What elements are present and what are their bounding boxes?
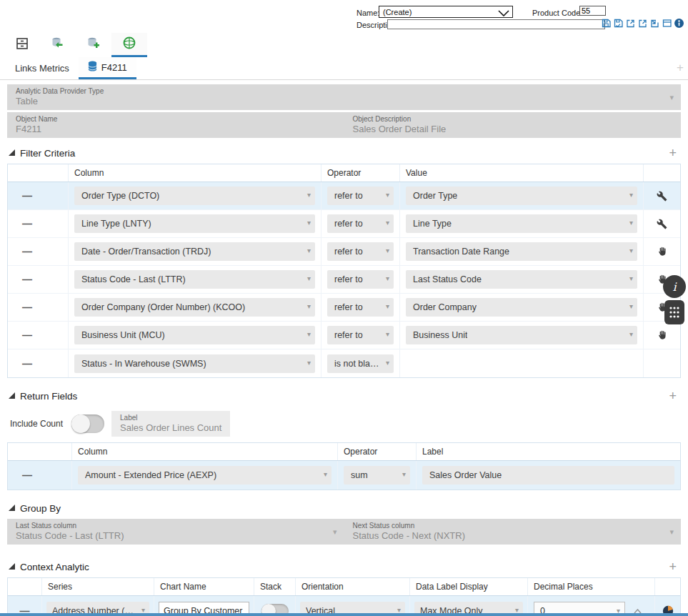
chevron-down-icon: ▾	[629, 192, 633, 199]
provider-type-select[interactable]: Analytic Data Provider Type Table ▾	[7, 84, 681, 110]
save-close-icon[interactable]	[613, 18, 624, 29]
tab-links-metrics[interactable]: Links Metrics	[6, 57, 79, 79]
filter-value-select[interactable]: Order Company▾	[406, 298, 637, 317]
database-sync-icon	[50, 36, 66, 54]
hand-icon[interactable]	[657, 246, 668, 257]
tab-f4211[interactable]: F4211	[79, 57, 136, 79]
filter-operator-select[interactable]: refer to▾	[327, 326, 394, 344]
wrench-icon[interactable]	[657, 219, 667, 229]
filter-operator-select[interactable]: refer to▾	[327, 298, 394, 317]
remove-row-button[interactable]: —	[8, 330, 32, 340]
add-row-button[interactable]: +	[669, 389, 677, 404]
chevron-down-icon: ▾	[333, 527, 337, 537]
export-icon[interactable]	[637, 18, 648, 29]
icon-tab-bar	[0, 33, 688, 57]
app-grid-button[interactable]	[664, 300, 684, 324]
object-row: Object Name F4211 Object Description Sal…	[7, 112, 681, 138]
grid-dots-icon	[669, 305, 680, 319]
include-count-label: Include Count	[10, 419, 63, 429]
filter-value-select[interactable]: Last Status Code▾	[406, 270, 637, 289]
chevron-down-icon: ▾	[629, 275, 633, 282]
info-icon[interactable]	[674, 18, 684, 29]
filter-operator-select[interactable]: refer to▾	[327, 242, 394, 261]
provider-type-label: Analytic Data Provider Type	[16, 87, 672, 95]
add-tab-button[interactable]: +	[677, 61, 684, 75]
name-select[interactable]: (Create)	[379, 6, 513, 18]
tab-database-import[interactable]	[76, 33, 111, 57]
add-row-button[interactable]: +	[669, 146, 677, 161]
filter-value-select[interactable]: Line Type▾	[406, 214, 637, 233]
remove-row-button[interactable]: —	[8, 470, 32, 480]
column-header-spacer	[8, 443, 72, 460]
filter-column-select[interactable]: Status - In Warehouse (SWMS)▾	[74, 354, 315, 373]
page-tab-bar: Links Metrics F4211 +	[0, 57, 688, 80]
column-header-value: Value	[400, 164, 644, 182]
share-icon[interactable]	[625, 18, 636, 29]
remove-row-button[interactable]: —	[8, 274, 32, 284]
add-row-button[interactable]: +	[669, 560, 677, 575]
filter-value-select[interactable]: Transaction Date Range▾	[406, 242, 637, 261]
chevron-down-icon: ▾	[307, 192, 311, 199]
chevron-down-icon: ▾	[629, 303, 633, 310]
window-icon[interactable]	[662, 18, 672, 29]
hand-icon[interactable]	[657, 329, 668, 341]
help-info-button[interactable]: i	[663, 275, 686, 298]
column-header-orientation: Orientation	[296, 578, 410, 595]
filter-column-select[interactable]: Date - Order/Transaction (TRDJ)▾	[74, 242, 315, 261]
filter-operator-select[interactable]: refer to▾	[327, 270, 394, 289]
section-header-filter-criteria[interactable]: Filter Criteria +	[7, 142, 681, 164]
last-status-value: Status Code - Last (LTTR)	[16, 530, 336, 541]
chevron-down-icon: ▾	[386, 247, 389, 254]
return-fields-table: Column Operator Label — Amount - Extende…	[7, 442, 681, 490]
product-code-input[interactable]	[579, 6, 606, 16]
empty-action-cell	[644, 349, 680, 377]
column-header-chart-name: Chart Name	[154, 578, 254, 595]
column-header-label: Label	[417, 443, 680, 460]
remove-row-button[interactable]: —	[8, 302, 32, 312]
include-count-toggle[interactable]	[71, 414, 104, 433]
next-status-select[interactable]: Next Status column Status Code - Next (N…	[344, 519, 682, 545]
filter-value-select[interactable]: Order Type▾	[406, 187, 637, 205]
return-column-select[interactable]: Amount - Extended Price (AEXP)▾	[78, 466, 331, 485]
chevron-down-icon: ▾	[386, 331, 389, 338]
tab-archive[interactable]	[4, 33, 40, 57]
object-description-label: Object Description	[353, 115, 673, 123]
toggle-knob	[71, 414, 90, 433]
filter-column-select[interactable]: Order Type (DCTO)▾	[74, 187, 315, 205]
filter-column-select[interactable]: Order Company (Order Number) (KCOO)▾	[74, 298, 315, 317]
provider-type-value: Table	[16, 96, 672, 106]
filter-column-select[interactable]: Line Type (LNTY)▾	[74, 214, 315, 233]
tab-globe[interactable]	[111, 33, 147, 57]
wrench-icon[interactable]	[657, 191, 667, 202]
section-title: Return Fields	[20, 391, 77, 402]
remove-row-button[interactable]: —	[8, 191, 32, 201]
name-label: Name:	[357, 9, 379, 17]
import-icon[interactable]	[649, 18, 660, 29]
filter-column-select[interactable]: Business Unit (MCU)▾	[74, 326, 315, 344]
return-field-row: — Amount - Extended Price (AEXP)▾ sum▾ S…	[8, 461, 680, 490]
count-label-label: Label	[120, 414, 221, 422]
app-window: Name: (Create) Product Code: Description…	[0, 0, 688, 616]
save-icon[interactable]	[601, 18, 612, 29]
filter-operator-select[interactable]: refer to▾	[327, 187, 394, 205]
filter-operator-select[interactable]: is not blank▾	[327, 354, 394, 373]
remove-row-button[interactable]: —	[8, 219, 32, 229]
return-label-input[interactable]: Sales Order Value	[422, 466, 674, 485]
column-header-actions	[655, 578, 680, 595]
filter-operator-select[interactable]: refer to▾	[327, 214, 394, 233]
remove-row-button[interactable]: —	[8, 247, 32, 257]
last-status-select[interactable]: Last Status column Status Code - Last (L…	[7, 519, 344, 545]
return-operator-select[interactable]: sum▾	[344, 466, 410, 485]
description-input[interactable]	[387, 19, 605, 29]
remove-row-button[interactable]: —	[8, 359, 32, 369]
section-header-group-by[interactable]: Group By	[7, 497, 681, 519]
section-header-return-fields[interactable]: Return Fields +	[7, 385, 681, 407]
filter-column-select[interactable]: Status Code - Last (LTTR)▾	[74, 270, 315, 289]
chevron-down-icon: ▾	[386, 303, 389, 310]
chevron-down-icon: ▾	[307, 359, 311, 367]
filter-value-select[interactable]: Business Unit▾	[406, 326, 637, 344]
chevron-down-icon: ▾	[629, 219, 633, 227]
tab-database-sync[interactable]	[40, 33, 76, 57]
section-header-context-analytic[interactable]: Context Analytic +	[7, 556, 681, 577]
context-analytic-table: Series Chart Name Stack Orientation Data…	[7, 577, 681, 616]
